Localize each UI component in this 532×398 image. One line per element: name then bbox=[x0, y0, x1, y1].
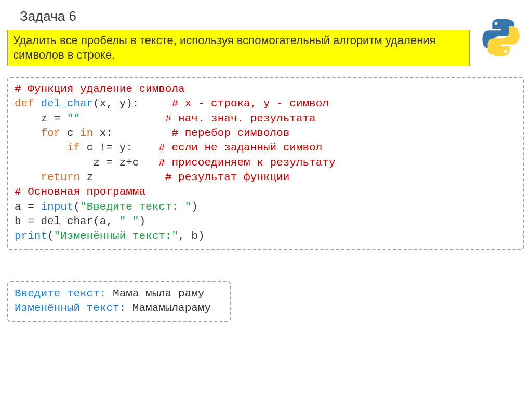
output-prompt: Введите текст: bbox=[15, 287, 113, 299]
code-line: # Функция удаление символа bbox=[15, 83, 185, 95]
builtin-print: print bbox=[15, 230, 47, 242]
keyword-if: if bbox=[15, 142, 80, 154]
output-value: Мамамылараму bbox=[132, 302, 211, 314]
python-logo-icon bbox=[480, 17, 522, 60]
svg-point-1 bbox=[504, 50, 508, 53]
keyword-return: return bbox=[15, 171, 80, 183]
keyword-in: in bbox=[80, 127, 93, 139]
code-block: # Функция удаление символа def del_char(… bbox=[7, 77, 524, 250]
builtin-input: input bbox=[41, 201, 73, 213]
output-block: Введите текст: Мама мыла раму Изменённый… bbox=[7, 281, 231, 322]
function-name: del_char bbox=[34, 98, 93, 109]
task-description: Удалить все пробелы в тексте, используя … bbox=[7, 30, 470, 66]
output-line: Изменённый текст: Мамамылараму bbox=[15, 301, 223, 315]
output-line: Введите текст: Мама мыла раму bbox=[15, 286, 223, 301]
output-prompt: Изменённый текст: bbox=[15, 302, 132, 314]
code-line: # Основная программа bbox=[15, 186, 145, 198]
keyword-def: def bbox=[15, 98, 34, 109]
keyword-for: for bbox=[15, 127, 60, 139]
svg-point-0 bbox=[495, 22, 498, 25]
task-title: Задача 6 bbox=[7, 6, 474, 30]
output-value: Мама мыла раму bbox=[113, 287, 204, 299]
header-row: Задача 6 Удалить все пробелы в тексте, и… bbox=[0, 0, 532, 73]
title-area: Задача 6 Удалить все пробелы в тексте, и… bbox=[7, 6, 474, 73]
